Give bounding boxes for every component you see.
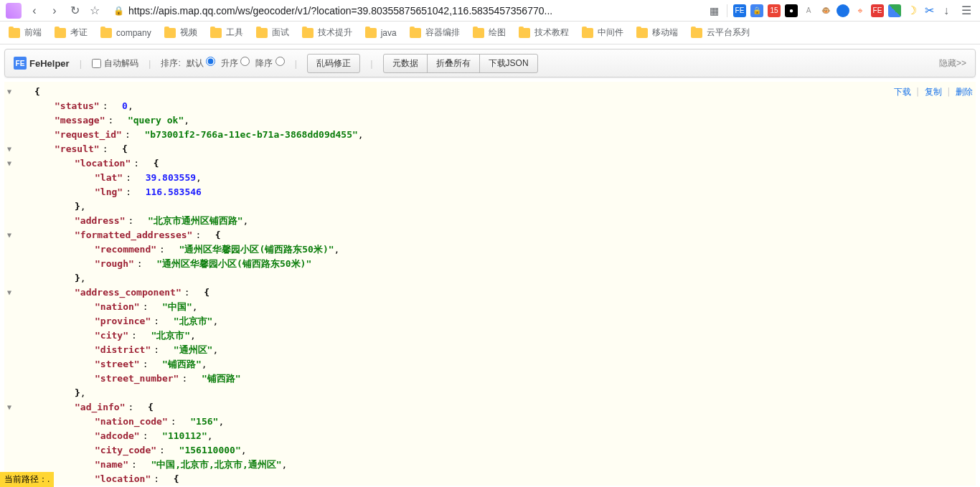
- star-icon[interactable]: ☆: [88, 4, 102, 18]
- folder-icon: [582, 28, 593, 38]
- ext-icon[interactable]: ☽: [905, 4, 918, 17]
- bookmark-item[interactable]: 中间件: [582, 27, 623, 39]
- bookmark-item[interactable]: 技术教程: [519, 27, 569, 39]
- extensions-area: FE 🔒 15 ● A 🐵 ⎆ FE ☽ ✂ ↓: [733, 4, 953, 17]
- collapse-toggle[interactable]: ▼: [4, 156, 14, 171]
- sort-asc-radio[interactable]: 升序: [221, 57, 250, 70]
- folder-icon: [256, 28, 268, 38]
- bookmark-item[interactable]: 移动端: [636, 27, 678, 39]
- sort-default-radio[interactable]: 默认: [187, 57, 215, 70]
- url-text: https://apis.map.qq.com/ws/geocoder/v1/?…: [128, 5, 552, 16]
- ext-icon[interactable]: ✂: [923, 4, 936, 17]
- download-link[interactable]: 下载: [894, 85, 911, 99]
- menu-icon[interactable]: ☰: [958, 4, 974, 17]
- ext-icon[interactable]: ●: [785, 4, 798, 17]
- folder-icon: [519, 28, 530, 38]
- ext-icon[interactable]: ⎆: [854, 4, 867, 17]
- sort-radio-group: 排序: 默认 升序 降序: [161, 57, 284, 70]
- collapse-all-button[interactable]: 折叠所有: [427, 54, 480, 73]
- auto-decode-checkbox[interactable]: 自动解码: [92, 57, 138, 70]
- json-viewer[interactable]: 下载| 复制| 删除 ▼{ "status": 0, "message": "q…: [4, 82, 976, 486]
- bookmark-item[interactable]: 工具: [210, 27, 243, 39]
- reload-button[interactable]: ↻: [67, 4, 82, 18]
- collapse-toggle[interactable]: ▼: [4, 85, 14, 99]
- back-button[interactable]: ‹: [27, 4, 42, 18]
- forward-button[interactable]: ›: [47, 4, 62, 18]
- bookmark-item[interactable]: company: [100, 28, 151, 38]
- browser-chrome: ‹ › ↻ ☆ 🔒 https://apis.map.qq.com/ws/geo…: [0, 0, 980, 22]
- delete-link[interactable]: 删除: [956, 85, 973, 99]
- ext-icon[interactable]: [888, 4, 901, 17]
- ext-icon[interactable]: A: [802, 4, 815, 17]
- ext-icon[interactable]: [837, 4, 849, 17]
- bookmark-item[interactable]: 考证: [55, 27, 88, 39]
- bookmark-item[interactable]: 绘图: [473, 27, 506, 39]
- bookmark-item[interactable]: java: [365, 28, 397, 38]
- folder-icon: [636, 28, 648, 38]
- fehelper-logo: FE FeHelper: [14, 57, 70, 70]
- ext-icon[interactable]: 🐵: [819, 4, 832, 17]
- download-json-button[interactable]: 下载JSON: [479, 54, 538, 73]
- ext-icon[interactable]: FE: [871, 4, 884, 17]
- bookmark-bar: 前端 考证 company 视频 工具 面试 技术提升 java 容器编排 绘图…: [0, 22, 980, 44]
- bookmark-item[interactable]: 容器编排: [410, 27, 460, 39]
- collapse-toggle[interactable]: ▼: [4, 142, 14, 156]
- separator: [727, 4, 727, 17]
- lock-icon: 🔒: [113, 6, 124, 16]
- bookmark-item[interactable]: 面试: [256, 27, 289, 39]
- separator: |: [149, 58, 151, 69]
- hide-button[interactable]: 隐藏>>: [939, 57, 966, 70]
- collapse-toggle[interactable]: ▼: [4, 285, 14, 300]
- fix-garbled-button[interactable]: 乱码修正: [307, 54, 360, 73]
- collapse-toggle[interactable]: ▼: [4, 400, 14, 415]
- profile-avatar[interactable]: [6, 3, 22, 19]
- button-group: 元数据 折叠所有 下载JSON: [383, 54, 538, 73]
- bookmark-item[interactable]: 技术提升: [302, 27, 352, 39]
- folder-icon: [210, 28, 222, 38]
- bookmark-item[interactable]: 视频: [164, 27, 197, 39]
- collapse-toggle[interactable]: ▼: [4, 228, 14, 242]
- raw-data-button[interactable]: 元数据: [383, 54, 428, 73]
- folder-icon: [100, 28, 112, 38]
- bookmark-item[interactable]: 云平台系列: [691, 27, 750, 39]
- ext-icon[interactable]: 15: [768, 4, 781, 17]
- separator: |: [370, 58, 372, 69]
- fehelper-toolbar: FE FeHelper | 自动解码 | 排序: 默认 升序 降序 | 乱码修正…: [4, 49, 976, 77]
- bookmark-item[interactable]: 前端: [9, 27, 42, 39]
- path-overlay: 当前路径：.: [0, 472, 54, 486]
- folder-icon: [9, 28, 20, 38]
- qr-icon[interactable]: ▦: [707, 4, 721, 18]
- separator: |: [80, 58, 82, 69]
- folder-icon: [302, 28, 314, 38]
- download-icon[interactable]: ↓: [940, 4, 953, 17]
- sort-desc-radio[interactable]: 降序: [255, 57, 284, 70]
- folder-icon: [410, 28, 421, 38]
- folder-icon: [164, 28, 176, 38]
- separator: |: [295, 58, 297, 69]
- folder-icon: [55, 28, 66, 38]
- folder-icon: [691, 28, 702, 38]
- folder-icon: [365, 28, 377, 38]
- sort-label: 排序:: [161, 57, 180, 70]
- ext-icon[interactable]: FE: [733, 4, 746, 17]
- ext-icon[interactable]: 🔒: [750, 4, 763, 17]
- address-bar[interactable]: 🔒 https://apis.map.qq.com/ws/geocoder/v1…: [108, 2, 701, 19]
- fehelper-logo-icon: FE: [14, 57, 27, 70]
- copy-link[interactable]: 复制: [925, 85, 942, 99]
- json-actions: 下载| 复制| 删除: [894, 85, 973, 99]
- folder-icon: [473, 28, 484, 38]
